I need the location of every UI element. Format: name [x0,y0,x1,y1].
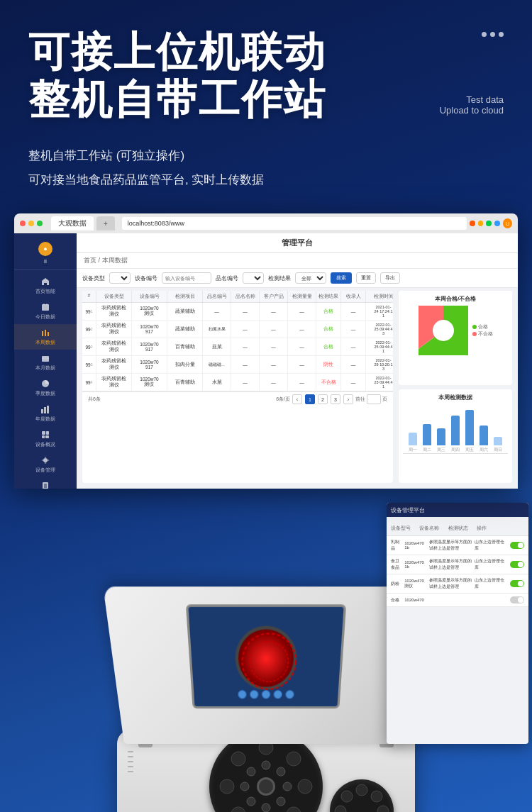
sidebar-item-year[interactable]: 年度数据 [14,401,77,426]
col-type: 设备类型 [96,291,132,302]
small-rotor-disk [330,779,394,812]
device-id-input[interactable] [162,272,211,284]
bar-fri-fill [465,410,474,445]
browser-tab-active[interactable]: 大观数据 [51,216,94,230]
export-button[interactable]: 导出 [380,272,400,284]
bar-wed-fill [437,428,445,445]
screen-btn-2[interactable] [250,690,259,699]
svg-rect-14 [42,435,45,438]
bar-tue-fill [423,424,431,445]
second-screen-filter: 设备型号 设备名称 检测状态 操作 [387,517,528,536]
reset-button[interactable]: 重置 [356,272,376,284]
bar-chart: 周一 周二 周三 周四 [403,404,508,454]
svg-rect-12 [42,431,45,435]
browser-content: ● II 首页智能 今日数据 [14,233,518,489]
ss-toggle-2[interactable] [510,561,524,568]
svg-point-33 [277,767,285,776]
detection-result-label: 检测结果 [268,274,291,282]
bar-sat: 周六 [480,426,488,453]
header-section: 可接上位机联动 整机自带工作站 Test data Upload to clou… [0,0,532,137]
description-section: 整机自带工作站 (可独立操作) 可对接当地食品药品监管平台, 实时上传数据 [0,137,532,206]
svg-point-32 [262,761,270,769]
svg-point-46 [335,806,346,812]
quarter-icon [40,379,50,389]
table-row: 991 农药残留检测仪 1020w70测仪 蔬菜辅助 — — — — 合格 — … [82,303,393,321]
second-screen-header: 设备管理平台 [387,503,528,517]
device-overview-icon [40,430,50,440]
svg-point-47 [341,791,353,802]
sidebar-item-today[interactable]: 今日数据 [14,299,77,324]
browser-icon-2 [478,221,484,226]
second-screen-row-3: 奶粉 1020w470测仪 参照温度显示等方面的试样上边是管理 山东上边管理仓库 [387,574,528,594]
vent-slot [128,771,133,772]
bar-chart-card: 本周检测数据 周一 周二 [399,389,512,484]
screen-btn-4[interactable] [273,690,282,699]
browser-close-dot[interactable] [20,221,26,226]
detection-result-select[interactable]: 全部 [295,272,326,284]
screen-btn-5[interactable] [285,690,294,699]
goto-page-input[interactable] [367,394,381,404]
screen-btn-1[interactable] [238,690,247,699]
ss-toggle-4[interactable] [510,596,524,604]
browser-addressbar[interactable]: localhost:8083/www [122,217,467,230]
browser-maximize-dot[interactable] [37,221,43,226]
svg-point-27 [287,807,301,812]
ss-toggle-1[interactable] [510,542,524,549]
bar-tue: 周二 [423,424,431,453]
qualified-dot [472,325,477,329]
device-type-label: 设备类型 [82,274,105,282]
second-screen-title: 设备管理平台 [391,506,425,514]
small-rotor-slots-svg [330,779,394,812]
legend-qualified: 合格 [472,323,493,330]
dots-menu[interactable] [482,32,504,37]
device-type-select[interactable] [109,272,131,284]
sidebar-item-device-manage[interactable]: 设备管理 [14,452,77,477]
sidebar-item-quarter[interactable]: 季度数据 [14,375,77,401]
page-3-btn[interactable]: 3 [331,394,340,404]
svg-point-49 [250,642,289,682]
svg-point-42 [377,806,389,812]
col-name: 品名名称 [231,291,260,302]
sidebar-item-week[interactable]: 本周数据 [14,324,77,350]
svg-rect-0 [42,304,49,311]
week-data-icon [40,328,50,338]
svg-point-40 [356,784,367,796]
browser-icon-3 [486,221,492,226]
browser-tab-inactive[interactable]: + [96,216,115,230]
next-page-btn[interactable]: › [343,394,353,404]
sidebar-item-detect-log[interactable]: 检测记录 [14,477,77,489]
upload-cloud-label: Upload to cloud [440,105,504,116]
ss-toggle-3[interactable] [510,580,524,587]
svg-rect-9 [41,409,43,413]
vent-slots [128,751,133,772]
col-no: # [82,291,96,302]
browser-minimize-dot[interactable] [28,221,34,226]
detect-log-icon [40,481,50,489]
col-project: 检测项目 [167,291,203,302]
prev-page-btn[interactable]: ‹ [292,394,302,404]
month-data-icon [40,353,50,363]
sidebar-item-device-overview[interactable]: 设备概况 [14,426,77,452]
svg-point-30 [220,779,234,794]
app-page-title: 管理平台 [77,233,518,253]
product-no-select[interactable] [243,272,264,284]
table-row: 994 农药残留检测仪 1020w70测仪 百青辅助 水葱 — — — 不合格 … [82,374,393,391]
bar-thu-fill [451,416,460,445]
sidebar-logo: ● II [14,239,77,270]
svg-rect-15 [45,435,49,438]
page-1-btn[interactable]: 1 [305,394,315,404]
sidebar-item-month[interactable]: 本月数据 [14,350,77,375]
bar-fri: 周五 [465,410,474,453]
svg-rect-5 [48,332,49,336]
svg-point-41 [371,791,382,802]
vent-slot [128,756,133,757]
screen-pattern-svg [238,630,301,694]
page-2-btn[interactable]: 2 [318,394,328,404]
legend-unqualified: 不合格 [472,330,493,338]
search-button[interactable]: 搜索 [331,272,352,284]
bar-sun: 周日 [494,437,502,453]
year-data-icon [40,404,50,414]
screen-btn-3[interactable] [262,690,271,699]
sidebar-item-home[interactable]: 首页智能 [14,273,77,299]
breadcrumb: 首页 / 本周数据 [77,253,518,269]
